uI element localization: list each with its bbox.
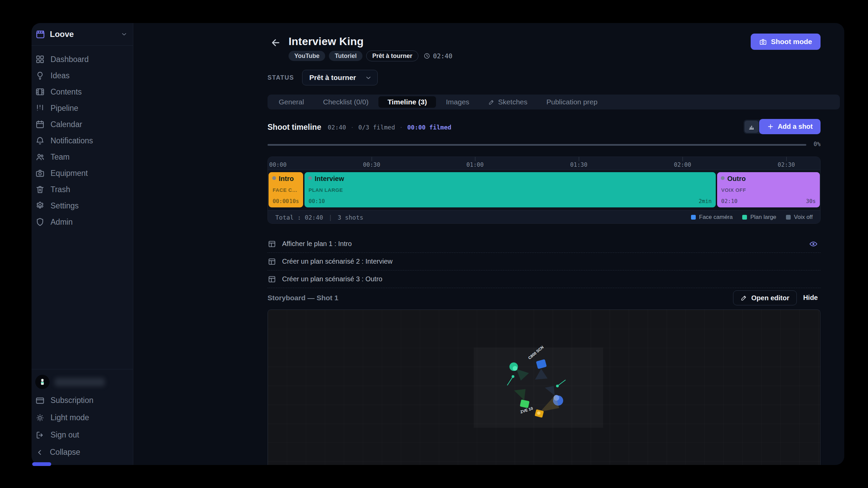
- plan-row-1[interactable]: Afficher le plan 1 : Intro: [268, 235, 821, 253]
- calendar-icon: [35, 120, 45, 129]
- sidebar-item-label: Ideas: [51, 71, 70, 80]
- legend-voix-off: Voix off: [786, 214, 813, 221]
- sidebar-item-subscription[interactable]: Subscription: [35, 392, 130, 409]
- sidebar-item-pipeline[interactable]: Pipeline: [35, 100, 130, 116]
- timeline-footer: Total : 02:40 | 3 shots Face caméra Plan…: [268, 210, 820, 224]
- sidebar-item-label: Admin: [51, 218, 73, 227]
- timeline-panel: 00:00 00:30 01:00 01:30 02:00 02:30 Intr…: [268, 157, 821, 224]
- tab-label: Timeline (3): [388, 98, 427, 106]
- clock-icon: [423, 53, 430, 59]
- sidebar-item-label: Equipment: [51, 169, 88, 178]
- tag-tutoriel[interactable]: Tutoriel: [329, 51, 362, 61]
- timeline-duration: 02:40: [328, 124, 346, 131]
- tab-label: Sketches: [498, 98, 527, 106]
- ruler-label: 02:00: [674, 161, 691, 168]
- status-label: STATUS: [268, 74, 294, 81]
- tab-checklist[interactable]: Checklist (0/0): [314, 96, 378, 108]
- dashboard-icon: [35, 55, 45, 64]
- tag-row: YouTube Tutoriel Prêt à tourner 02:40: [289, 51, 452, 61]
- add-shot-button[interactable]: Add a shot: [759, 119, 821, 134]
- shot-status-dot: [272, 176, 276, 180]
- film-icon: [35, 87, 45, 97]
- plan-row-3[interactable]: Créer un plan scénarisé 3 : Outro: [268, 270, 821, 288]
- shoot-mode-label: Shoot mode: [771, 38, 812, 46]
- legend-swatch: [786, 215, 791, 220]
- plan-row-2[interactable]: Créer un plan scénarisé 2 : Interview: [268, 253, 821, 270]
- sidebar-item-sign-out[interactable]: Sign out: [35, 426, 130, 444]
- page-title: Interview King: [289, 35, 364, 48]
- shot-name: Intro: [279, 175, 294, 183]
- shot-start: 00:00: [273, 198, 289, 204]
- plan-row-label: Afficher le plan 1 : Intro: [282, 240, 352, 248]
- sidebar-item-calendar[interactable]: Calendar: [35, 116, 130, 133]
- tab-label: Checklist (0/0): [323, 98, 369, 106]
- sidebar-item-notifications[interactable]: Notifications: [35, 133, 130, 149]
- tag-youtube[interactable]: YouTube: [289, 51, 325, 61]
- user-name-redacted: [55, 378, 105, 386]
- tab-timeline[interactable]: Timeline (3): [378, 96, 436, 108]
- tab-images[interactable]: Images: [437, 96, 478, 108]
- sidebar-item-equipment[interactable]: Equipment: [35, 165, 130, 181]
- shoot-timeline-header: Shoot timeline 02:40 · 0/3 filmed · 00:0…: [268, 120, 451, 134]
- sidebar-item-label: Collapse: [50, 448, 80, 457]
- divider: [32, 369, 133, 369]
- separator: ·: [351, 124, 353, 131]
- plus-icon: [767, 123, 774, 130]
- workspace-switcher[interactable]: Loove: [32, 23, 133, 46]
- back-button[interactable]: [270, 37, 281, 48]
- bell-icon: [35, 136, 45, 145]
- sidebar-item-label: Settings: [51, 201, 79, 210]
- sidebar-item-settings[interactable]: Settings: [35, 198, 130, 214]
- shot-name: Outro: [727, 175, 746, 183]
- tab-bar: General Checklist (0/0) Timeline (3) Ima…: [268, 95, 840, 109]
- camera-yellow-lens: [537, 411, 540, 415]
- tab-label: General: [279, 98, 304, 106]
- hide-button[interactable]: Hide: [803, 294, 818, 302]
- tab-sketches[interactable]: Sketches: [479, 96, 536, 108]
- scrollbar-thumb[interactable]: [32, 462, 51, 466]
- brand-name: Loove: [50, 29, 116, 39]
- ruler-tick: [786, 157, 787, 161]
- sidebar-item-team[interactable]: Team: [35, 149, 130, 165]
- plan-row-label: Créer un plan scénarisé 2 : Interview: [282, 258, 393, 265]
- open-editor-button[interactable]: Open editor: [733, 290, 797, 305]
- sidebar-item-trash[interactable]: Trash: [35, 181, 130, 198]
- shoot-mode-button[interactable]: Shoot mode: [751, 34, 821, 50]
- shot-block-outro[interactable]: Outro VOIX OFF 02:10 30s: [717, 172, 820, 207]
- ruler-label: 01:30: [570, 161, 587, 168]
- ruler-label: 02:30: [777, 161, 795, 168]
- shot-type: VOIX OFF: [721, 187, 816, 193]
- chevron-left-icon: [35, 448, 44, 457]
- tab-label: Publication prep: [547, 98, 598, 106]
- sidebar-item-label: Team: [51, 152, 70, 162]
- sidebar-item-label: Subscription: [51, 396, 94, 405]
- ruler-tick: [579, 157, 579, 161]
- chart-view-button[interactable]: [745, 121, 758, 133]
- sidebar-item-light-mode[interactable]: Light mode: [35, 409, 130, 426]
- duration-chip: 02:40: [423, 52, 452, 60]
- legend-label: Plan large: [750, 214, 776, 221]
- status-row: STATUS Prêt à tourner: [268, 70, 378, 85]
- sidebar-item-ideas[interactable]: Ideas: [35, 67, 130, 84]
- eye-icon[interactable]: [809, 240, 818, 248]
- shot-block-intro[interactable]: Intro FACE CAMÉRA 00:00 10s: [269, 172, 303, 207]
- people-icon: [35, 152, 45, 162]
- tab-general[interactable]: General: [270, 96, 313, 108]
- tab-publication-prep[interactable]: Publication prep: [537, 96, 607, 108]
- sidebar-item-admin[interactable]: Admin: [35, 214, 130, 230]
- storyboard-canvas[interactable]: C800 SCN ZVE 10: [268, 309, 821, 465]
- sidebar-item-contents[interactable]: Contents: [35, 84, 130, 100]
- shot-duration: 10s: [289, 198, 299, 204]
- sidebar-item-collapse[interactable]: Collapse: [35, 444, 130, 461]
- status-tag[interactable]: Prêt à tourner: [366, 50, 418, 61]
- filmed-time: 00:00 filmed: [407, 124, 451, 131]
- timeline-ruler: 00:00 00:30 01:00 01:30 02:00 02:30: [268, 157, 820, 170]
- user-profile[interactable]: [35, 372, 130, 392]
- sign-out-icon: [35, 430, 45, 440]
- sidebar-item-dashboard[interactable]: Dashboard: [35, 51, 130, 67]
- shot-block-interview[interactable]: Interview PLAN LARGE 00:10 2min: [304, 172, 716, 207]
- status-select[interactable]: Prêt à tourner: [302, 70, 378, 85]
- legend-swatch: [742, 215, 747, 220]
- filming-progress-bar: [268, 144, 806, 146]
- lightbulb-icon: [35, 71, 45, 80]
